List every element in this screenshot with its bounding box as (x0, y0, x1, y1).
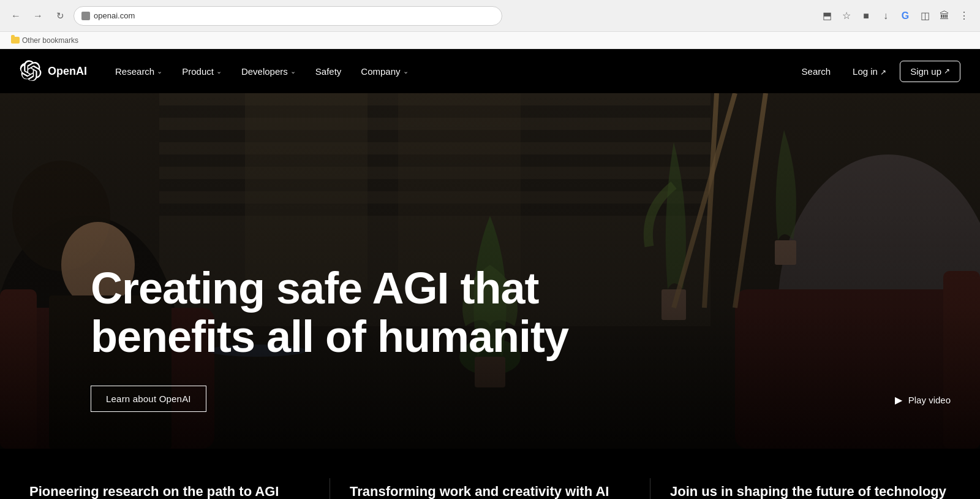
url-bar[interactable]: openai.com (74, 6, 502, 26)
reload-button[interactable]: ↻ (51, 7, 69, 25)
product-card: Transforming work and creativity with AI… (330, 478, 650, 499)
play-icon: ▶ (895, 394, 902, 406)
nav-company-label: Company (361, 66, 400, 77)
play-video-button[interactable]: ▶ Play video (895, 394, 951, 406)
browser-actions: ⬒ ☆ ■ ↓ G ◫ 🏛 ⋮ (818, 7, 973, 25)
signup-label: Sign up (910, 66, 941, 77)
nav-company[interactable]: Company ⌄ (352, 61, 417, 82)
extensions-button[interactable]: ■ (858, 7, 875, 25)
research-card: Pioneering research on the path to AGI L… (29, 478, 330, 499)
nav-safety-label: Safety (315, 66, 342, 77)
google-account-button[interactable]: G (897, 7, 914, 25)
nav-right: Search Log in ↗ Sign up ↗ (793, 61, 960, 82)
research-chevron-icon: ⌄ (157, 67, 162, 75)
product-chevron-icon: ⌄ (216, 67, 222, 75)
product-card-title: Transforming work and creativity with AI (350, 483, 630, 499)
hero-section: Creating safe AGI that benefits all of h… (0, 93, 980, 449)
careers-card-title: Join us in shaping the future of technol… (670, 483, 951, 499)
nav-developers-label: Developers (241, 66, 288, 77)
back-button[interactable]: ← (7, 7, 24, 25)
login-button[interactable]: Log in ↗ (844, 61, 895, 82)
careers-card: Join us in shaping the future of technol… (650, 478, 951, 499)
bookmark-star-button[interactable]: ☆ (838, 7, 855, 25)
download-button[interactable]: ↓ (877, 7, 894, 25)
research-card-title: Pioneering research on the path to AGI (29, 483, 310, 499)
browser-chrome: ← → ↻ openai.com ⬒ ☆ ■ ↓ G ◫ 🏛 ⋮ (0, 0, 980, 32)
signup-button[interactable]: Sign up ↗ (900, 61, 960, 82)
security-icon (81, 12, 90, 20)
company-chevron-icon: ⌄ (403, 67, 409, 75)
hero-content: Creating safe AGI that benefits all of h… (61, 264, 919, 412)
nav-links: Research ⌄ Product ⌄ Developers ⌄ Safety (107, 61, 417, 82)
signup-arrow-icon: ↗ (944, 67, 950, 75)
nav-research-label: Research (115, 66, 154, 77)
share-button[interactable]: ⬒ (818, 7, 835, 25)
nav-product[interactable]: Product ⌄ (173, 61, 230, 82)
hero-title: Creating safe AGI that benefits all of h… (91, 264, 581, 361)
play-label: Play video (908, 395, 951, 405)
learn-about-openai-button[interactable]: Learn about OpenAI (91, 386, 206, 412)
sidebar-button[interactable]: ◫ (916, 7, 933, 25)
nav-developers[interactable]: Developers ⌄ (233, 61, 304, 82)
forward-button[interactable]: → (29, 7, 47, 25)
openai-logo-icon (20, 60, 42, 82)
folder-icon (11, 37, 20, 44)
nav-product-label: Product (182, 66, 214, 77)
logo-text: OpenAI (48, 65, 87, 78)
nav-safety[interactable]: Safety (307, 61, 350, 82)
bookmark-label: Other bookmarks (22, 36, 78, 45)
search-button[interactable]: Search (793, 61, 840, 82)
bookmark-bar: Other bookmarks (0, 32, 980, 49)
menu-button[interactable]: ⋮ (956, 7, 973, 25)
bookmarks-folder[interactable]: Other bookmarks (7, 36, 82, 45)
site-wrapper: OpenAI Research ⌄ Product ⌄ Developers ⌄ (0, 49, 980, 499)
navigation: OpenAI Research ⌄ Product ⌄ Developers ⌄ (0, 49, 980, 93)
nav-research[interactable]: Research ⌄ (107, 61, 171, 82)
login-label: Log in (853, 66, 878, 77)
tab-organizer-button[interactable]: 🏛 (936, 7, 953, 25)
login-arrow-icon: ↗ (880, 68, 886, 77)
developers-chevron-icon: ⌄ (290, 67, 296, 75)
logo-link[interactable]: OpenAI (20, 60, 87, 82)
bottom-section: Pioneering research on the path to AGI L… (0, 449, 980, 499)
url-text: openai.com (94, 11, 135, 20)
